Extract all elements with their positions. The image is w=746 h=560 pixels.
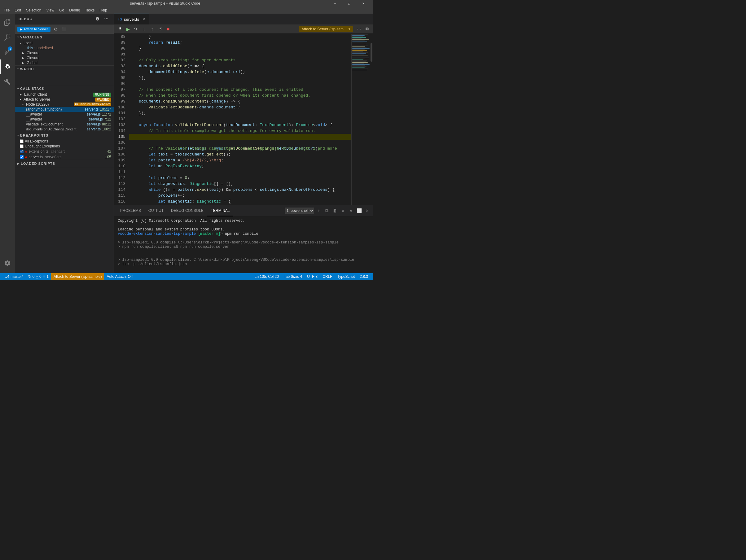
launch-client-status: RUNNING	[93, 93, 111, 97]
this-variable[interactable]: this : undefined	[15, 46, 114, 51]
sync-status[interactable]: ↻ 0 △ 0 ✕ 1	[26, 273, 51, 280]
closure-group-2[interactable]: ▶ Closure	[15, 55, 114, 60]
menu-debug[interactable]: Debug	[67, 7, 82, 13]
breakpoints-header[interactable]: ▾ BREAKPOINTS	[15, 132, 114, 139]
frame-awaiter-1[interactable]: __awaiter server.js 11:71	[15, 112, 114, 117]
restart-button[interactable]: ↺	[157, 26, 164, 32]
debug-session-status[interactable]: Attach to Server (lsp-sample)	[51, 273, 104, 280]
close-button[interactable]: ✕	[356, 0, 371, 7]
tab-debug-console[interactable]: DEBUG CONSOLE	[167, 205, 207, 216]
step-out-button[interactable]: ↑	[149, 26, 155, 32]
source-control-icon[interactable]: 1	[0, 45, 15, 59]
tab-server-ts[interactable]: TS server.ts ✕	[114, 13, 149, 25]
all-exceptions-item[interactable]: All Exceptions	[15, 139, 114, 144]
tab-problems[interactable]: PROBLEMS	[116, 205, 145, 216]
search-icon[interactable]	[0, 30, 15, 45]
scroll-thumb[interactable]	[371, 43, 372, 62]
menubar: File Edit Selection View Go Debug Tasks …	[0, 7, 373, 13]
node-item[interactable]: ▾ Node (10220) PAUSED ON BREAKPOINT	[15, 102, 114, 107]
debug-settings-btn[interactable]: ⚙	[94, 16, 101, 22]
call-stack-header[interactable]: ▾ CALL STACK	[15, 85, 114, 92]
tab-size-status[interactable]: Tab Size: 4	[281, 273, 305, 280]
debug-more-btn[interactable]: ⋯	[103, 16, 110, 22]
all-exceptions-checkbox[interactable]	[20, 139, 24, 143]
extension-ts-checkbox[interactable]	[20, 150, 24, 153]
launch-client-item[interactable]: ▶ Launch Client RUNNING	[15, 92, 114, 97]
watch-title: WATCH	[20, 67, 34, 71]
extensions-icon[interactable]	[0, 74, 15, 89]
attach-to-server-button[interactable]: ▶ Attach to Server	[17, 27, 51, 32]
encoding-text: UTF-8	[307, 274, 318, 279]
uncaught-exceptions-item[interactable]: Uncaught Exceptions	[15, 144, 114, 149]
maximize-panel-button[interactable]: ⬜	[356, 207, 363, 214]
panel-scroll-up-button[interactable]: ∧	[340, 207, 346, 214]
tab-close-button[interactable]: ✕	[142, 17, 145, 21]
tab-terminal[interactable]: TERMINAL	[207, 205, 234, 216]
menu-view[interactable]: View	[44, 7, 57, 13]
minimize-button[interactable]: ─	[328, 0, 342, 7]
stop-button[interactable]: ■	[165, 26, 172, 32]
step-into-button[interactable]: ↓	[141, 26, 147, 32]
ts-version-status[interactable]: 2.8.3	[357, 273, 371, 280]
terminal-content[interactable]: Copyright (C) Microsoft Corporation. All…	[114, 216, 373, 273]
menu-help[interactable]: Help	[97, 7, 110, 13]
terminal-line-3: Loading personal and system profiles too…	[118, 227, 369, 232]
watch-arrow: ▾	[17, 68, 19, 70]
debug-extra-btn[interactable]: ⬛	[60, 26, 68, 32]
tab-name: server.ts	[124, 17, 139, 22]
uncaught-exceptions-checkbox[interactable]	[20, 144, 24, 148]
variables-section: ▾ VARIABLES ▾ Local this : undefined ▶ C…	[15, 34, 114, 66]
closure-group-1[interactable]: ▶ Closure	[15, 51, 114, 55]
kill-terminal-button[interactable]: 🗑	[332, 207, 338, 214]
local-group[interactable]: ▾ Local	[15, 40, 114, 46]
close-panel-button[interactable]: ✕	[364, 207, 371, 214]
debug-panel: DEBUG ⚙ ⋯ ▶ Attach to Server ⚙ ⬛ ▾ VARIA…	[15, 13, 114, 273]
extension-ts-bp[interactable]: ● extension.ts client\src 42	[15, 149, 114, 154]
encoding-status[interactable]: UTF-8	[305, 273, 320, 280]
frame-awaiter-2[interactable]: __awaiter server.js 7:12	[15, 117, 114, 122]
server-ts-checkbox[interactable]	[20, 155, 24, 159]
language-status[interactable]: TypeScript	[335, 273, 357, 280]
code-editor[interactable]: 88 89 90 91 92 93 94 95 96 97 98 99 100 …	[114, 34, 351, 205]
auto-attach-status[interactable]: Auto Attach: Off	[104, 273, 135, 280]
maximize-button[interactable]: □	[342, 0, 356, 7]
continue-button[interactable]: ▶	[124, 26, 131, 32]
code-line-95: });	[129, 75, 351, 81]
attach-server-label[interactable]: Attach to Server (lsp-sam... ▾	[299, 26, 353, 32]
menu-go[interactable]: Go	[57, 7, 67, 13]
menu-file[interactable]: File	[1, 7, 12, 13]
vertical-scrollbar[interactable]	[370, 34, 373, 205]
tab-output[interactable]: OUTPUT	[145, 205, 167, 216]
code-line-94: documentSettings.delete(e.document.uri);	[129, 69, 351, 75]
server-ts-bp[interactable]: ● server.ts server\src 105	[15, 154, 114, 160]
step-over-button[interactable]: ↷	[133, 26, 139, 32]
loaded-scripts-header[interactable]: ▶ LOADED SCRIPTS	[15, 160, 114, 167]
split-editor-icon[interactable]: ⧉	[364, 26, 371, 32]
variables-header[interactable]: ▾ VARIABLES	[15, 34, 114, 40]
menu-edit[interactable]: Edit	[12, 7, 24, 13]
split-terminal-button[interactable]: ⧉	[323, 207, 330, 214]
debug-menu-icon[interactable]: ⋯	[356, 26, 363, 32]
branch-status[interactable]: ⎇ master*	[2, 273, 26, 280]
watch-header[interactable]: ▾ WATCH	[15, 66, 114, 72]
line-ending-status[interactable]: CRLF	[320, 273, 335, 280]
attach-to-server-item[interactable]: ▾ Attach to Server PAUSED	[15, 97, 114, 102]
frame-validate[interactable]: validateTextDocument server.js 88:12	[15, 122, 114, 127]
settings-icon[interactable]	[0, 256, 15, 273]
code-content[interactable]: } return result; } // Only keep settings…	[128, 34, 351, 205]
position-status[interactable]: Ln 105, Col 20	[252, 273, 281, 280]
code-line-105: let settings = await getDocumentSettings…	[129, 134, 351, 140]
menu-tasks[interactable]: Tasks	[83, 7, 97, 13]
menu-selection[interactable]: Selection	[24, 7, 44, 13]
code-line-112: let problems = 0;	[129, 175, 351, 181]
global-group[interactable]: ▶ Global	[15, 60, 114, 65]
frame-anon[interactable]: (anonymous function) server.ts 105:17	[15, 107, 114, 112]
code-line-106	[129, 140, 351, 146]
panel-scroll-down-button[interactable]: ∨	[348, 207, 354, 214]
debug-icon[interactable]	[0, 59, 15, 74]
explorer-icon[interactable]	[0, 15, 15, 30]
new-terminal-button[interactable]: +	[315, 207, 322, 214]
terminal-selector[interactable]: 1: powershell	[285, 208, 314, 214]
debug-config-btn[interactable]: ⚙	[52, 26, 60, 32]
frame-ondidchange[interactable]: documents.onDidChangeContent server.ts 1…	[15, 127, 114, 131]
